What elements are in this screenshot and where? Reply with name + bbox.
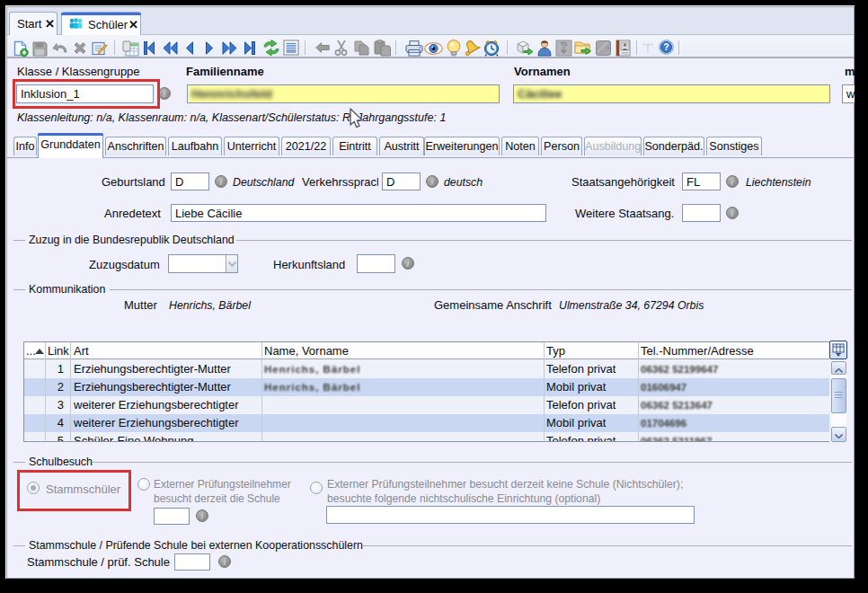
- svg-text:?: ?: [663, 41, 669, 52]
- svg-text:TS: TS: [561, 41, 568, 47]
